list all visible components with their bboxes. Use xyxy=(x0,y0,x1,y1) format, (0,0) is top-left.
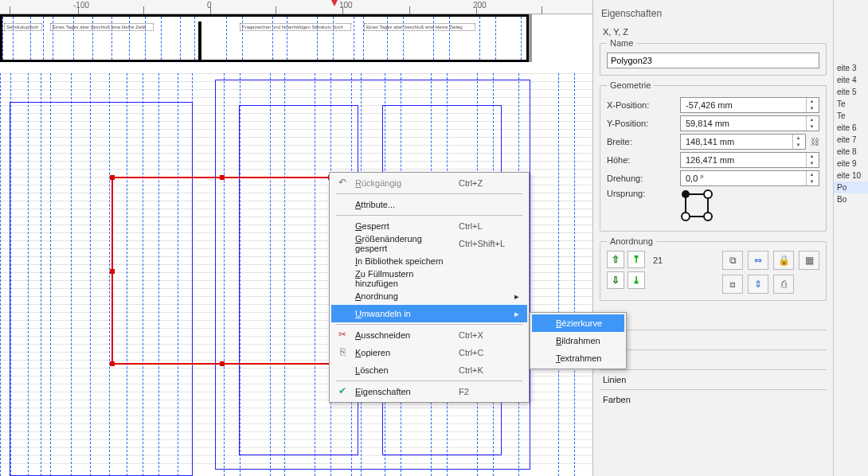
outline-item[interactable]: eite 4 xyxy=(834,74,868,86)
undo-icon: ↶ xyxy=(336,177,349,189)
spin-down-icon[interactable]: ▼ xyxy=(806,123,817,131)
level-to-bottom-button[interactable]: ⤓ xyxy=(628,271,645,289)
group-geometry: Geometrie X-Position: -57,426 mm ▲▼ Y-Po… xyxy=(600,80,827,232)
outline-item[interactable]: eite 6 xyxy=(834,122,868,134)
spin-down-icon[interactable]: ▼ xyxy=(806,178,817,185)
selection-handle[interactable] xyxy=(110,269,115,274)
width-label: Breite: xyxy=(607,137,675,146)
submenu-bezier[interactable]: Bézierkurve xyxy=(532,314,624,332)
text-frame[interactable]: Fragezeichen und hinterhältigen Semikolu… xyxy=(240,23,351,31)
outline-item[interactable]: eite 10 xyxy=(834,170,868,181)
spin-down-icon[interactable]: ▼ xyxy=(792,142,803,149)
group-arrange-legend: Anordnung xyxy=(607,236,656,246)
menu-convert-to[interactable]: Umwandeln in▸ xyxy=(331,305,527,322)
selection-handle[interactable] xyxy=(220,175,225,180)
page-boundary xyxy=(198,21,201,60)
flip-horizontal-button[interactable]: ⇔ xyxy=(748,251,768,270)
ypos-input[interactable]: 59,814 mm ▲▼ xyxy=(680,115,819,131)
outline-item[interactable]: Po xyxy=(834,181,868,193)
outline-item[interactable]: eite 8 xyxy=(834,146,868,158)
svg-point-1 xyxy=(682,190,690,198)
outline-item[interactable]: Bo xyxy=(834,193,868,205)
outline-item[interactable]: Te xyxy=(834,110,868,122)
spin-down-icon[interactable]: ▼ xyxy=(806,160,817,167)
context-menu[interactable]: ↶ RückgängigCtrl+Z Attribute... Gesperrt… xyxy=(329,172,530,403)
origin-label: Ursprung: xyxy=(607,189,675,198)
menu-cut[interactable]: ✂ AusschneidenCtrl+X xyxy=(331,326,527,344)
spin-down-icon[interactable]: ▼ xyxy=(806,105,817,112)
menu-locked[interactable]: GesperrtCtrl+L xyxy=(331,217,527,235)
text-frame[interactable]: Eines Tages aber beschloß eine kleine Ze… xyxy=(364,23,475,31)
menu-save-to-library[interactable]: In Bibliothek speichern xyxy=(331,252,527,270)
outline-item[interactable]: eite 3 xyxy=(834,62,868,74)
section-text[interactable]: Text xyxy=(600,330,827,349)
outline-item[interactable]: eite 9 xyxy=(834,158,868,170)
outline-item[interactable]: eite 7 xyxy=(834,134,868,146)
level-number: 21 xyxy=(653,251,663,265)
panel-title: Eigenschaften xyxy=(600,5,827,25)
spin-up-icon[interactable]: ▲ xyxy=(806,116,817,123)
text-frame[interactable]: Eines Tages aber beschloß eine kleine Ze… xyxy=(50,23,154,31)
flip-vertical-button[interactable]: ⇕ xyxy=(748,275,768,294)
selection-handle[interactable] xyxy=(110,361,115,366)
height-label: Höhe: xyxy=(607,155,675,165)
group-name: Name xyxy=(600,38,827,76)
xpos-input[interactable]: -57,426 mm ▲▼ xyxy=(680,97,819,113)
level-down-one-button[interactable]: ⇩ xyxy=(607,271,624,289)
group-button[interactable]: ⧉ xyxy=(722,251,743,270)
panel-section-xyz[interactable]: X, Y, Z xyxy=(600,25,827,38)
menu-delete[interactable]: LöschenCtrl+K xyxy=(331,361,527,379)
selection-handle[interactable] xyxy=(220,361,225,366)
ruler-cursor-marker xyxy=(331,0,338,6)
menu-properties[interactable]: ✔ EigenschaftenF2 xyxy=(331,383,527,400)
group-geometry-legend: Geometrie xyxy=(607,80,654,90)
spin-up-icon[interactable]: ▲ xyxy=(792,135,803,142)
selection-handle[interactable] xyxy=(110,175,115,180)
check-icon: ✔ xyxy=(336,385,349,398)
rotation-input[interactable]: 0,0 ° ▲▼ xyxy=(680,170,819,186)
object-name-input[interactable] xyxy=(607,53,819,68)
svg-point-4 xyxy=(704,213,712,220)
context-submenu-convert[interactable]: Bézierkurve Bildrahmen Textrahmen xyxy=(530,312,627,369)
submenu-image-frame[interactable]: Bildrahmen xyxy=(532,332,624,349)
width-input[interactable]: 148,141 mm ▲▼ xyxy=(680,134,806,150)
section-image[interactable]: Bild xyxy=(600,349,827,369)
origin-picker[interactable] xyxy=(680,189,714,222)
spin-up-icon[interactable]: ▲ xyxy=(806,98,817,105)
frame-options-button[interactable]: ▦ xyxy=(799,251,819,270)
menu-copy[interactable]: ⎘ KopierenCtrl+C xyxy=(331,344,527,361)
ruler-mark: 200 xyxy=(473,1,487,10)
menu-size-locked[interactable]: Größenänderung gesperrtCtrl+Shift+L xyxy=(331,235,527,252)
spin-up-icon[interactable]: ▲ xyxy=(806,171,817,178)
properties-panel: Eigenschaften X, Y, Z Name Geometrie X-P… xyxy=(592,0,833,476)
print-disabled-button[interactable]: ⎙ xyxy=(773,275,794,294)
menu-add-to-patterns[interactable]: Zu Füllmustern hinzufügen xyxy=(331,270,527,287)
submenu-text-frame[interactable]: Textrahmen xyxy=(532,349,624,367)
section-lines[interactable]: Linien xyxy=(600,369,827,389)
menu-attributes[interactable]: Attribute... xyxy=(331,196,527,213)
ruler-horizontal[interactable]: -100 0 100 200 xyxy=(0,0,592,14)
outline-item[interactable]: Te xyxy=(834,98,868,110)
xpos-label: X-Position: xyxy=(607,100,675,110)
section-colors[interactable]: Farben xyxy=(600,389,827,409)
ungroup-button[interactable]: ⧈ xyxy=(722,275,743,294)
spin-up-icon[interactable]: ▲ xyxy=(806,153,817,160)
selected-polygon[interactable] xyxy=(111,177,331,365)
scissors-icon: ✂ xyxy=(336,329,349,341)
document-page[interactable]: Semikoluptisch Eines Tages aber beschloß… xyxy=(0,14,529,62)
page-outline[interactable]: eite 3 eite 4 eite 5 Te Te eite 6 eite 7… xyxy=(833,0,868,476)
height-input[interactable]: 126,471 mm ▲▼ xyxy=(680,152,819,168)
chain-link-icon[interactable]: ⛓ xyxy=(811,137,819,146)
menu-arrange[interactable]: Anordnung▸ xyxy=(331,287,527,305)
level-to-top-button[interactable]: ⤒ xyxy=(628,251,645,268)
menu-undo[interactable]: ↶ RückgängigCtrl+Z xyxy=(331,174,527,192)
text-frame[interactable]: Semikoluptisch xyxy=(4,23,42,31)
svg-point-3 xyxy=(682,213,690,220)
level-up-one-button[interactable]: ⇧ xyxy=(607,251,624,268)
svg-point-2 xyxy=(704,190,712,198)
ruler-mark: -100 xyxy=(73,1,89,10)
rotation-label: Drehung: xyxy=(607,174,675,183)
copy-icon: ⎘ xyxy=(336,346,349,359)
outline-item[interactable]: eite 5 xyxy=(834,86,868,98)
lock-button[interactable]: 🔒 xyxy=(773,251,794,270)
